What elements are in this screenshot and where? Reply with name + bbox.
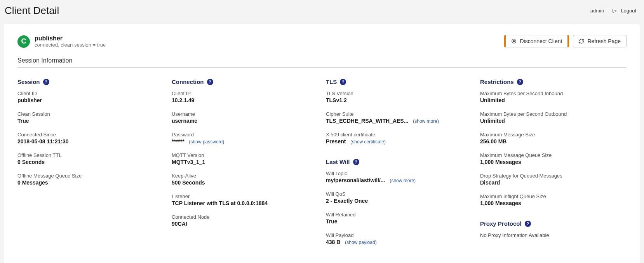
will-payload-label: Will Payload	[326, 232, 472, 238]
max-inflight-value: 1,000 Messages	[480, 200, 627, 206]
will-topic-value: my/personal/last/will/... (show more)	[326, 177, 472, 183]
password-mask: ******	[172, 138, 184, 145]
restrictions-column: Restrictions ? Maximum Bytes per Second …	[480, 76, 627, 253]
username-label: Username	[172, 111, 318, 117]
client-name: publisher	[35, 35, 106, 42]
help-icon[interactable]: ?	[207, 79, 213, 85]
tls-version-label: TLS Version	[326, 91, 472, 96]
proxy-heading-text: Proxy Protocol	[480, 220, 522, 227]
client-ip-value: 10.2.1.49	[172, 97, 318, 103]
keep-alive-value: 500 Seconds	[172, 179, 318, 186]
help-icon[interactable]: ?	[353, 159, 359, 165]
refresh-icon	[579, 38, 584, 44]
will-retained-value: True	[326, 218, 472, 225]
listener-label: Listener	[172, 193, 318, 199]
session-heading: Session ?	[17, 78, 164, 85]
tls-heading-text: TLS	[326, 78, 337, 85]
username-value: username	[172, 118, 318, 124]
last-will-heading: Last Will ?	[326, 158, 472, 165]
main-panel: C publisher connected, clean session = t…	[4, 24, 640, 263]
cert-label: X.509 client certificate	[326, 132, 472, 138]
section-title: Session Information	[17, 57, 627, 68]
cert-text: Present	[326, 138, 346, 145]
svg-point-2	[513, 40, 515, 42]
tls-version-value: TLSv1.2	[326, 97, 472, 103]
clean-session-value: True	[17, 118, 164, 124]
help-icon[interactable]: ?	[517, 79, 523, 85]
password-label: Password	[172, 132, 318, 138]
session-heading-text: Session	[17, 78, 40, 85]
connection-heading-text: Connection	[172, 78, 204, 85]
max-in-value: Unlimited	[480, 97, 627, 103]
max-out-label: Maximum Bytes per Second Outbound	[480, 111, 627, 117]
disconnect-icon	[511, 38, 517, 44]
help-icon[interactable]: ?	[43, 79, 49, 85]
client-ip-label: Client IP	[172, 91, 318, 96]
disconnect-client-button[interactable]: Disconnect Client	[504, 35, 569, 47]
offline-queue-label: Offline Message Queue Size	[17, 173, 164, 179]
will-qos-label: Will QoS	[326, 191, 472, 197]
will-topic-text: my/personal/last/will/...	[326, 177, 385, 183]
logout-link[interactable]: Logout	[621, 8, 636, 14]
will-payload-value: 438 B (show payload)	[326, 239, 472, 245]
current-user: admin	[590, 8, 604, 14]
disconnect-label: Disconnect Client	[520, 38, 562, 44]
client-avatar: C	[17, 35, 30, 48]
show-certificate-link[interactable]: (show certificate)	[350, 139, 386, 145]
listener-value: TCP Listener with TLS at 0.0.0.0:1884	[172, 200, 318, 206]
session-column: Session ? Client ID publisher Clean Sess…	[17, 76, 164, 253]
client-id-label: Client ID	[17, 91, 164, 96]
logout-icon	[612, 9, 617, 13]
cipher-suite-label: Cipher Suite	[326, 111, 472, 117]
max-queue-value: 1,000 Messages	[480, 159, 627, 165]
max-in-label: Maximum Bytes per Second Inbound	[480, 91, 627, 96]
refresh-label: Refresh Page	[587, 38, 621, 44]
client-identity: C publisher connected, clean session = t…	[17, 35, 106, 48]
connected-node-label: Connected Node	[172, 214, 318, 220]
clean-session-label: Clean Session	[17, 111, 164, 117]
will-payload-text: 438 B	[326, 239, 340, 245]
max-inflight-label: Maximum Inflight Queue Size	[480, 193, 627, 199]
restrictions-heading-text: Restrictions	[480, 78, 514, 85]
show-password-link[interactable]: (show password)	[189, 139, 225, 145]
offline-queue-value: 0 Messages	[17, 179, 164, 186]
restrictions-heading: Restrictions ?	[480, 78, 627, 85]
password-value: ****** (show password)	[172, 138, 318, 145]
user-area: admin Logout	[590, 8, 636, 14]
drop-strategy-label: Drop Strategy for Queued Messages	[480, 173, 627, 179]
will-topic-show-more-link[interactable]: (show more)	[390, 178, 416, 183]
cipher-suite-value: TLS_ECDHE_RSA_WITH_AES... (show more)	[326, 118, 472, 124]
max-out-value: Unlimited	[480, 118, 627, 124]
help-icon[interactable]: ?	[340, 79, 346, 85]
show-payload-link[interactable]: (show payload)	[345, 240, 376, 245]
client-id-value: publisher	[17, 97, 164, 103]
connection-heading: Connection ?	[172, 78, 318, 85]
will-qos-value: 2 - Exactly Once	[326, 198, 472, 204]
mqtt-version-label: MQTT Version	[172, 152, 318, 158]
page-title: Client Detail	[5, 5, 59, 17]
will-topic-label: Will Topic	[326, 171, 472, 176]
connection-column: Connection ? Client IP 10.2.1.49 Usernam…	[172, 76, 318, 253]
help-icon[interactable]: ?	[525, 221, 531, 227]
connected-since-label: Connected Since	[17, 132, 164, 138]
cert-value: Present (show certificate)	[326, 138, 472, 145]
connected-node-value: 90CAI	[172, 221, 318, 227]
will-retained-label: Will Retained	[326, 212, 472, 218]
tls-lastwill-column: TLS ? TLS Version TLSv1.2 Cipher Suite T…	[326, 76, 472, 253]
divider	[608, 8, 608, 14]
cipher-show-more-link[interactable]: (show more)	[413, 118, 439, 124]
connected-since-value: 2018-05-08 11:21:30	[17, 138, 164, 145]
max-msg-size-label: Maximum Message Size	[480, 132, 627, 138]
offline-ttl-label: Offline Session TTL	[17, 152, 164, 158]
tls-heading: TLS ?	[326, 78, 472, 85]
refresh-page-button[interactable]: Refresh Page	[573, 35, 627, 47]
keep-alive-label: Keep-Alive	[172, 173, 318, 179]
cipher-text: TLS_ECDHE_RSA_WITH_AES...	[326, 118, 408, 124]
mqtt-version-value: MQTTv3_1_1	[172, 159, 318, 165]
proxy-none-text: No Proxy Information Available	[480, 232, 627, 238]
drop-strategy-value: Discard	[480, 179, 627, 186]
last-will-heading-text: Last Will	[326, 158, 350, 165]
max-msg-size-value: 256.00 MB	[480, 138, 627, 145]
proxy-heading: Proxy Protocol ?	[480, 220, 627, 227]
client-status-line: connected, clean session = true	[35, 42, 106, 48]
